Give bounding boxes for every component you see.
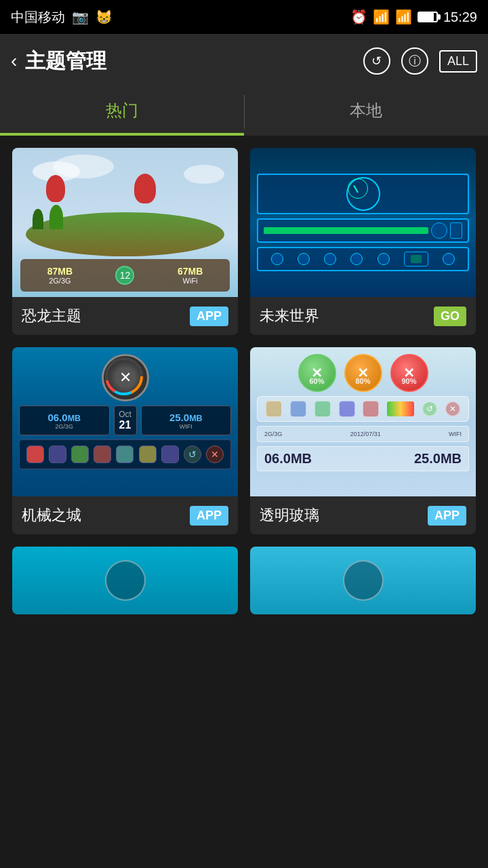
theme-footer-glass: 透明玻璃 APP: [250, 496, 476, 534]
mech-2g-lbl: 2G/3G: [55, 423, 73, 430]
theme-thumbnail-teal-right: [250, 547, 476, 614]
mech-wifi-box: 25.0MB WIFI: [141, 406, 232, 435]
glass-val1-item: 06.0MB: [264, 451, 312, 467]
mech-app-7: [161, 446, 179, 463]
mech-app-6: [139, 446, 157, 463]
theme-name-dinosaur: 恐龙主题: [22, 306, 81, 326]
tab-hot-label: 热门: [106, 100, 138, 121]
info-button[interactable]: ⓘ: [401, 47, 428, 75]
future-widget-top: [257, 174, 469, 214]
status-left: 中国移动 📷 😸: [11, 8, 113, 26]
theme-footer-future: 未来世界 GO: [250, 297, 476, 335]
theme-thumbnail-mech: ✕ 06.0MB 2G/3G Oct21 25.0MB WIFI: [12, 347, 238, 496]
teal-circle-left: [105, 560, 146, 601]
glass-pct-red: 90%: [401, 377, 416, 385]
glass-app-3: [314, 401, 331, 417]
theme-card-future[interactable]: 未来世界 GO: [250, 148, 476, 335]
glass-app-5: [363, 401, 379, 417]
status-right: ⏰ 📶 📶 15:29: [350, 9, 477, 25]
glass-balls: ✕ 60% ✕ 80% ✕ 90%: [298, 354, 428, 392]
theme-card-mech[interactable]: ✕ 06.0MB 2G/3G Oct21 25.0MB WIFI: [12, 347, 238, 534]
mech-2g-val: 06.0MB: [47, 412, 81, 423]
mech-wifi-lbl: WIFI: [180, 423, 192, 430]
glass-pct-orange: 80%: [355, 377, 370, 385]
glass-val1: 06.0MB: [264, 451, 312, 467]
theme-card-bottom-right[interactable]: [250, 547, 476, 614]
theme-footer-dinosaur: 恐龙主题 APP: [12, 297, 238, 335]
mech-data-row: 06.0MB 2G/3G Oct21 25.0MB WIFI: [19, 406, 231, 435]
theme-card-glass[interactable]: ✕ 60% ✕ 80% ✕ 90% ↺ ✕: [250, 347, 476, 534]
glass-apps-row: ↺ ✕: [257, 396, 469, 422]
chat-icon: 😸: [96, 9, 113, 25]
mech-app-1: [26, 446, 44, 463]
theme-badge-mech: APP: [190, 506, 228, 526]
glass-wifi-lbl: WIFI: [449, 431, 462, 437]
theme-badge-future: GO: [434, 307, 466, 326]
photo-icon: 📷: [72, 9, 89, 25]
status-bar: 中国移动 📷 😸 ⏰ 📶 📶 15:29: [0, 0, 488, 34]
reset-button[interactable]: ↺: [363, 47, 390, 75]
glass-app-4: [339, 401, 355, 417]
glass-data-row: 2G/3G 2012/07/31 WIFI: [257, 426, 469, 442]
theme-badge-glass: APP: [428, 506, 466, 526]
mech-2g-box: 06.0MB 2G/3G: [19, 406, 110, 435]
title-bar: ‹ 主题管理 ↺ ⓘ ALL: [0, 34, 488, 88]
glass-bar: [387, 401, 414, 416]
signal-icon: 📶: [395, 9, 412, 25]
alarm-icon: ⏰: [350, 9, 367, 25]
glass-val2: 25.0MB: [414, 451, 462, 467]
theme-thumbnail-teal-left: [12, 547, 238, 614]
tab-local[interactable]: 本地: [245, 88, 489, 136]
theme-name-mech: 机械之城: [22, 505, 81, 526]
title-actions: ↺ ⓘ ALL: [363, 47, 477, 75]
theme-thumbnail-future: [250, 148, 476, 297]
theme-grid: 87MB 2G/3G 12 67MB WiFi 恐龙主题 APP: [0, 136, 488, 868]
glass-ball-red: ✕ 90%: [390, 354, 428, 392]
mech-apps-row: ↺ ✕: [19, 439, 231, 469]
future-widget-bot: [257, 247, 469, 271]
tab-local-label: 本地: [350, 100, 382, 121]
theme-name-future: 未来世界: [260, 306, 319, 326]
all-button[interactable]: ALL: [439, 50, 477, 73]
theme-name-glass: 透明玻璃: [260, 505, 319, 526]
battery-icon: [418, 12, 438, 22]
wifi-icon: 📶: [373, 9, 390, 25]
teal-circle-right: [343, 560, 384, 601]
dino-wifi-widget: 67MB WiFi: [178, 266, 203, 285]
mech-app-3: [71, 446, 89, 463]
time-label: 15:29: [443, 9, 477, 25]
tab-hot[interactable]: 热门: [0, 88, 244, 136]
mech-app-5: [116, 446, 134, 463]
glass-val2-item: 25.0MB: [414, 451, 462, 467]
mech-wifi-val: 25.0MB: [169, 412, 203, 423]
page-title: 主题管理: [25, 47, 106, 75]
mech-app-4: [94, 446, 111, 463]
dino-widget: 87MB 2G/3G 12 67MB WiFi: [20, 259, 230, 292]
mech-refresh: ↺: [184, 446, 201, 463]
glass-date-lbl: 2012/07/31: [350, 431, 381, 437]
tab-bar: 热门 本地: [0, 88, 488, 136]
title-left: ‹ 主题管理: [11, 47, 106, 75]
theme-thumbnail-dinosaur: 87MB 2G/3G 12 67MB WiFi: [12, 148, 238, 297]
mech-close: ✕: [206, 446, 224, 463]
future-widget-mid: [257, 218, 469, 243]
theme-footer-mech: 机械之城 APP: [12, 496, 238, 534]
theme-card-bottom-left[interactable]: [12, 547, 238, 614]
dino-2g-widget: 87MB 2G/3G: [47, 266, 73, 285]
glass-ball-orange: ✕ 80%: [344, 354, 382, 392]
glass-2g-lbl: 2G/3G: [264, 431, 283, 437]
glass-date-item: 2012/07/31: [350, 431, 381, 437]
back-button[interactable]: ‹: [11, 50, 17, 72]
glass-refresh: ↺: [422, 401, 437, 416]
theme-thumbnail-glass: ✕ 60% ✕ 80% ✕ 90% ↺ ✕: [250, 347, 476, 496]
glass-values-row: 06.0MB 25.0MB: [257, 446, 469, 471]
glass-close: ✕: [445, 401, 460, 416]
glass-2g-item: 2G/3G: [264, 431, 283, 437]
glass-wifi-item: WIFI: [449, 431, 462, 437]
mech-app-2: [49, 446, 66, 463]
carrier-label: 中国移动: [11, 8, 65, 26]
theme-badge-dinosaur: APP: [190, 307, 228, 326]
glass-ball-green: ✕ 60%: [298, 354, 336, 392]
glass-pct-green: 60%: [309, 377, 324, 385]
theme-card-dinosaur[interactable]: 87MB 2G/3G 12 67MB WiFi 恐龙主题 APP: [12, 148, 238, 335]
